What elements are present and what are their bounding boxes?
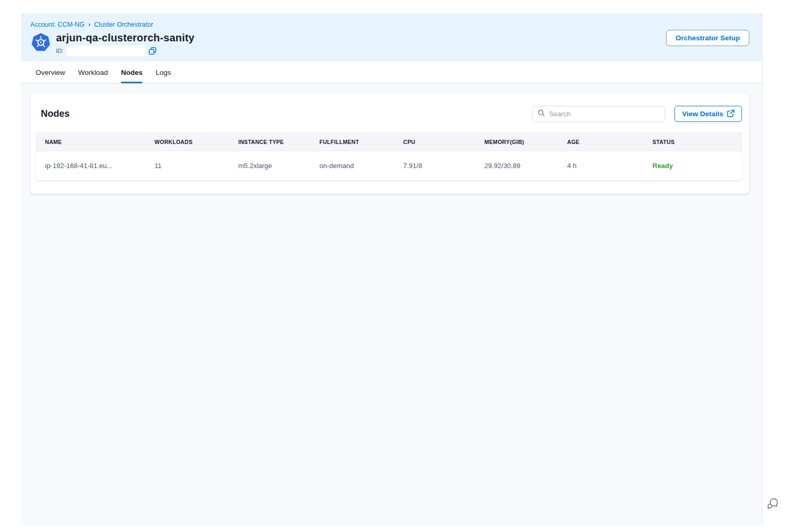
cluster-header: Account: CCM-NG › Cluster Orchestrator bbox=[21, 13, 762, 61]
nodes-panel-title: Nodes bbox=[41, 108, 70, 119]
column-header-fulfillment: FULFILLMENT bbox=[319, 139, 403, 145]
title-block: arjun-qa-clusterorch-sanity ID: bbox=[56, 32, 194, 56]
orchestrator-setup-button[interactable]: Orchestrator Setup bbox=[666, 30, 749, 46]
table-row[interactable]: ip-192-168-41-81.eu... 11 m5.2xlarge on-… bbox=[36, 151, 742, 180]
column-header-instance-type: INSTANCE TYPE bbox=[238, 139, 319, 145]
nodes-panel: Nodes View Details bbox=[30, 93, 749, 194]
chat-icon[interactable] bbox=[766, 496, 779, 510]
external-link-icon bbox=[727, 109, 735, 119]
tab-bar: Overview Workload Nodes Logs bbox=[21, 61, 762, 84]
breadcrumb-section-link[interactable]: Cluster Orchestrator bbox=[94, 21, 153, 28]
tab-workload[interactable]: Workload bbox=[78, 61, 108, 83]
cell-instance-type: m5.2xlarge bbox=[238, 162, 319, 170]
search-icon bbox=[537, 109, 545, 119]
cell-cpu: 7.91/8 bbox=[403, 162, 484, 170]
tab-logs[interactable]: Logs bbox=[156, 61, 171, 83]
copy-icon[interactable] bbox=[148, 47, 157, 56]
content-column: Account: CCM-NG › Cluster Orchestrator bbox=[21, 13, 762, 525]
view-details-button[interactable]: View Details bbox=[674, 106, 742, 122]
main-content: Nodes View Details bbox=[21, 84, 762, 194]
column-header-age: AGE bbox=[567, 139, 652, 145]
tab-nodes[interactable]: Nodes bbox=[121, 61, 142, 83]
id-value-redacted bbox=[67, 46, 145, 56]
breadcrumb-account-link[interactable]: Account: CCM-NG bbox=[30, 21, 85, 28]
nodes-table: NAME WORKLOADS INSTANCE TYPE FULFILLMENT… bbox=[36, 132, 742, 180]
column-header-status: STATUS bbox=[652, 139, 742, 145]
cell-memory: 29.92/30.89 bbox=[484, 162, 567, 170]
column-header-memory: MEMORY(GIB) bbox=[484, 139, 567, 145]
status-badge: Ready bbox=[652, 162, 742, 170]
view-details-label: View Details bbox=[682, 110, 723, 118]
id-label: ID: bbox=[56, 48, 63, 54]
right-rail bbox=[763, 0, 797, 532]
nodes-panel-header: Nodes View Details bbox=[36, 106, 742, 122]
cell-workloads: 11 bbox=[154, 162, 238, 170]
cell-age: 4 h bbox=[567, 162, 652, 170]
page-title: arjun-qa-clusterorch-sanity bbox=[56, 32, 194, 44]
chevron-right-icon: › bbox=[88, 21, 91, 28]
kubernetes-icon bbox=[30, 32, 51, 53]
breadcrumb: Account: CCM-NG › Cluster Orchestrator bbox=[30, 21, 749, 28]
column-header-name: NAME bbox=[45, 139, 154, 145]
search-box[interactable] bbox=[532, 106, 665, 122]
column-header-workloads: WORKLOADS bbox=[154, 139, 238, 145]
title-row: arjun-qa-clusterorch-sanity ID: bbox=[30, 32, 749, 56]
tab-overview[interactable]: Overview bbox=[36, 61, 65, 83]
id-row: ID: bbox=[56, 46, 194, 56]
cell-fulfillment: on-demand bbox=[319, 162, 403, 170]
search-input[interactable] bbox=[549, 110, 660, 118]
column-header-cpu: CPU bbox=[403, 139, 484, 145]
table-header-row: NAME WORKLOADS INSTANCE TYPE FULFILLMENT… bbox=[36, 132, 742, 151]
cell-name: ip-192-168-41-81.eu... bbox=[45, 162, 154, 170]
